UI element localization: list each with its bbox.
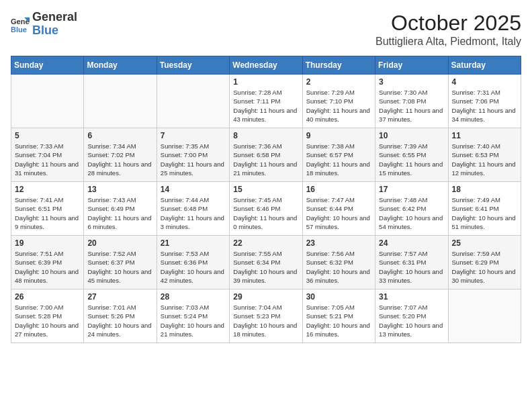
weekday-header-monday: Monday (84, 56, 157, 75)
weekday-header-thursday: Thursday (302, 56, 375, 75)
day-number: 6 (87, 131, 152, 140)
weekday-row: SundayMondayTuesdayWednesdayThursdayFrid… (11, 56, 521, 75)
month-title: October 2025 (375, 11, 521, 36)
day-number: 7 (161, 131, 226, 140)
day-number: 15 (233, 185, 298, 194)
calendar-week-2: 5Sunrise: 7:33 AM Sunset: 7:04 PM Daylig… (11, 128, 521, 182)
weekday-header-wednesday: Wednesday (230, 56, 302, 75)
calendar-cell: 19Sunrise: 7:51 AM Sunset: 6:39 PM Dayli… (11, 236, 84, 289)
day-info: Sunrise: 7:57 AM Sunset: 6:31 PM Dayligh… (379, 249, 444, 285)
day-number: 13 (87, 185, 152, 194)
logo-blue-text: Blue (32, 24, 77, 38)
calendar-cell: 2Sunrise: 7:29 AM Sunset: 7:10 PM Daylig… (302, 75, 375, 128)
day-info: Sunrise: 7:56 AM Sunset: 6:32 PM Dayligh… (306, 249, 371, 285)
calendar-cell: 23Sunrise: 7:56 AM Sunset: 6:32 PM Dayli… (302, 236, 375, 289)
day-number: 1 (233, 77, 298, 87)
day-number: 14 (161, 185, 226, 194)
calendar-cell: 26Sunrise: 7:00 AM Sunset: 5:28 PM Dayli… (11, 289, 84, 343)
calendar-cell: 11Sunrise: 7:40 AM Sunset: 6:53 PM Dayli… (448, 128, 521, 182)
calendar-body: 1Sunrise: 7:28 AM Sunset: 7:11 PM Daylig… (11, 75, 521, 343)
calendar-cell: 12Sunrise: 7:41 AM Sunset: 6:51 PM Dayli… (11, 182, 84, 236)
day-number: 31 (379, 292, 444, 302)
calendar-cell: 27Sunrise: 7:01 AM Sunset: 5:26 PM Dayli… (84, 289, 157, 343)
day-number: 25 (452, 238, 517, 248)
day-number: 20 (87, 238, 152, 248)
day-number: 30 (306, 292, 371, 302)
day-info: Sunrise: 7:39 AM Sunset: 6:55 PM Dayligh… (379, 142, 444, 177)
day-number: 22 (233, 238, 298, 248)
calendar-cell: 7Sunrise: 7:35 AM Sunset: 7:00 PM Daylig… (157, 128, 229, 182)
day-info: Sunrise: 7:03 AM Sunset: 5:24 PM Dayligh… (161, 303, 226, 338)
calendar-cell: 29Sunrise: 7:04 AM Sunset: 5:23 PM Dayli… (230, 289, 302, 343)
day-info: Sunrise: 7:47 AM Sunset: 6:44 PM Dayligh… (306, 195, 371, 231)
calendar-cell: 9Sunrise: 7:38 AM Sunset: 6:57 PM Daylig… (302, 128, 375, 182)
calendar-week-4: 19Sunrise: 7:51 AM Sunset: 6:39 PM Dayli… (11, 236, 521, 289)
day-info: Sunrise: 7:48 AM Sunset: 6:42 PM Dayligh… (379, 195, 444, 231)
weekday-header-tuesday: Tuesday (157, 56, 229, 75)
day-info: Sunrise: 7:30 AM Sunset: 7:08 PM Dayligh… (379, 88, 444, 124)
calendar-cell: 8Sunrise: 7:36 AM Sunset: 6:58 PM Daylig… (230, 128, 302, 182)
logo-general-text: General (32, 11, 77, 24)
calendar-cell: 13Sunrise: 7:43 AM Sunset: 6:49 PM Dayli… (84, 182, 157, 236)
calendar-cell (11, 75, 84, 128)
day-info: Sunrise: 7:35 AM Sunset: 7:00 PM Dayligh… (161, 142, 226, 177)
calendar-week-3: 12Sunrise: 7:41 AM Sunset: 6:51 PM Dayli… (11, 182, 521, 236)
calendar-cell: 24Sunrise: 7:57 AM Sunset: 6:31 PM Dayli… (375, 236, 448, 289)
day-number: 9 (306, 131, 371, 140)
day-info: Sunrise: 7:01 AM Sunset: 5:26 PM Dayligh… (87, 303, 152, 338)
calendar-cell: 18Sunrise: 7:49 AM Sunset: 6:41 PM Dayli… (448, 182, 521, 236)
day-info: Sunrise: 7:55 AM Sunset: 6:34 PM Dayligh… (233, 249, 298, 285)
day-number: 21 (161, 238, 226, 248)
day-info: Sunrise: 7:51 AM Sunset: 6:39 PM Dayligh… (15, 249, 80, 285)
day-number: 5 (15, 131, 80, 140)
day-info: Sunrise: 7:59 AM Sunset: 6:29 PM Dayligh… (452, 249, 517, 285)
day-info: Sunrise: 7:34 AM Sunset: 7:02 PM Dayligh… (87, 142, 152, 177)
day-number: 24 (379, 238, 444, 248)
day-number: 17 (379, 185, 444, 194)
day-info: Sunrise: 7:36 AM Sunset: 6:58 PM Dayligh… (233, 142, 298, 177)
calendar-cell: 10Sunrise: 7:39 AM Sunset: 6:55 PM Dayli… (375, 128, 448, 182)
calendar-header: SundayMondayTuesdayWednesdayThursdayFrid… (11, 56, 521, 75)
day-number: 18 (452, 185, 517, 194)
calendar-cell: 30Sunrise: 7:05 AM Sunset: 5:21 PM Dayli… (302, 289, 375, 343)
calendar-cell: 20Sunrise: 7:52 AM Sunset: 6:37 PM Dayli… (84, 236, 157, 289)
day-info: Sunrise: 7:31 AM Sunset: 7:06 PM Dayligh… (452, 88, 517, 124)
day-number: 2 (306, 77, 371, 87)
day-number: 19 (15, 238, 80, 248)
day-number: 23 (306, 238, 371, 248)
day-number: 10 (379, 131, 444, 140)
calendar-week-5: 26Sunrise: 7:00 AM Sunset: 5:28 PM Dayli… (11, 289, 521, 343)
calendar-cell: 25Sunrise: 7:59 AM Sunset: 6:29 PM Dayli… (448, 236, 521, 289)
calendar-cell: 1Sunrise: 7:28 AM Sunset: 7:11 PM Daylig… (230, 75, 302, 128)
calendar-table: SundayMondayTuesdayWednesdayThursdayFrid… (11, 56, 521, 343)
calendar-cell: 4Sunrise: 7:31 AM Sunset: 7:06 PM Daylig… (448, 75, 521, 128)
location-title: Buttigliera Alta, Piedmont, Italy (375, 36, 521, 48)
calendar-cell (448, 289, 521, 343)
day-number: 27 (87, 292, 152, 302)
day-info: Sunrise: 7:00 AM Sunset: 5:28 PM Dayligh… (15, 303, 80, 338)
calendar-cell: 3Sunrise: 7:30 AM Sunset: 7:08 PM Daylig… (375, 75, 448, 128)
calendar-cell: 5Sunrise: 7:33 AM Sunset: 7:04 PM Daylig… (11, 128, 84, 182)
calendar-cell (84, 75, 157, 128)
day-info: Sunrise: 7:53 AM Sunset: 6:36 PM Dayligh… (161, 249, 226, 285)
day-number: 12 (15, 185, 80, 194)
day-number: 3 (379, 77, 444, 87)
page-header: General Blue General Blue October 2025 B… (11, 11, 521, 48)
weekday-header-friday: Friday (375, 56, 448, 75)
day-info: Sunrise: 7:29 AM Sunset: 7:10 PM Dayligh… (306, 88, 371, 124)
calendar-cell: 16Sunrise: 7:47 AM Sunset: 6:44 PM Dayli… (302, 182, 375, 236)
calendar-cell: 31Sunrise: 7:07 AM Sunset: 5:20 PM Dayli… (375, 289, 448, 343)
day-info: Sunrise: 7:07 AM Sunset: 5:20 PM Dayligh… (379, 303, 444, 338)
calendar-cell: 21Sunrise: 7:53 AM Sunset: 6:36 PM Dayli… (157, 236, 229, 289)
calendar-cell: 22Sunrise: 7:55 AM Sunset: 6:34 PM Dayli… (230, 236, 302, 289)
title-block: October 2025 Buttigliera Alta, Piedmont,… (375, 11, 521, 48)
day-number: 4 (452, 77, 517, 87)
calendar-cell: 15Sunrise: 7:45 AM Sunset: 6:46 PM Dayli… (230, 182, 302, 236)
day-info: Sunrise: 7:45 AM Sunset: 6:46 PM Dayligh… (233, 195, 298, 231)
calendar-cell (157, 75, 229, 128)
day-number: 16 (306, 185, 371, 194)
day-info: Sunrise: 7:43 AM Sunset: 6:49 PM Dayligh… (87, 195, 152, 231)
day-info: Sunrise: 7:40 AM Sunset: 6:53 PM Dayligh… (452, 142, 517, 177)
day-info: Sunrise: 7:04 AM Sunset: 5:23 PM Dayligh… (233, 303, 298, 338)
day-info: Sunrise: 7:33 AM Sunset: 7:04 PM Dayligh… (15, 142, 80, 177)
